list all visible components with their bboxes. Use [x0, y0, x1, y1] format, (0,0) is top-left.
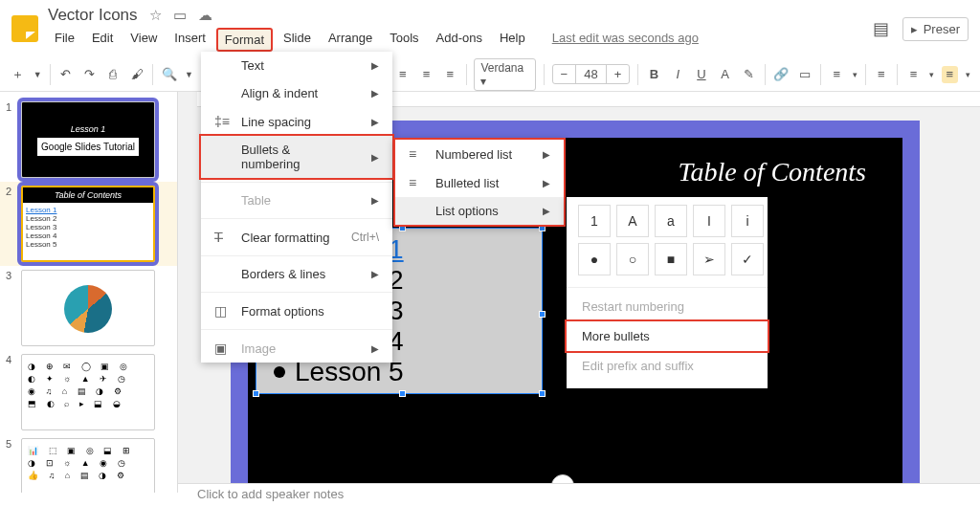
preset-check[interactable]: ✓ — [731, 243, 764, 275]
menu-help[interactable]: Help — [493, 28, 532, 52]
highlight-button[interactable]: ✎ — [741, 66, 757, 83]
decrease-font[interactable]: − — [553, 65, 577, 83]
format-align[interactable]: Align & indent▶ — [201, 79, 392, 107]
edit-prefix-suffix: Edit prefix and suffix — [567, 351, 768, 381]
line-spacing-button[interactable]: ≡ — [874, 66, 890, 83]
menu-view[interactable]: View — [123, 28, 164, 52]
numbered-list-button[interactable]: ≡ — [905, 66, 922, 83]
menu-addons[interactable]: Add-ons — [430, 28, 489, 52]
redo-button[interactable]: ↷ — [81, 66, 98, 83]
bullets-submenu: ≡Numbered list▶ ≡Bulleted list▶ List opt… — [393, 138, 566, 227]
preset-A[interactable]: A — [616, 205, 649, 237]
menu-arrange[interactable]: Arrange — [322, 28, 379, 52]
format-text[interactable]: Text▶ — [201, 52, 392, 79]
align-center-icon[interactable]: ≡ — [418, 66, 434, 83]
paint-format-button[interactable]: 🖌 — [129, 66, 145, 83]
menu-file[interactable]: File — [48, 28, 81, 52]
preset-arrow[interactable]: ➢ — [693, 243, 725, 275]
cloud-icon[interactable]: ☁ — [198, 7, 212, 24]
thumbnail-panel: 1 Lesson 1 Google Slides Tutorial 2 Tabl… — [0, 92, 178, 493]
preset-1[interactable]: 1 — [578, 205, 611, 237]
chevron-down-icon[interactable]: ▼ — [33, 70, 42, 79]
thumbnail-5[interactable]: 📊 ⬚ ▣ ◎ ⬓ ⊞◑ ⊡ ☼ ▲ ◉ ◷👍 ♫ ⌂ ▤ ◑ ⚙ — [21, 438, 155, 493]
menu-tools[interactable]: Tools — [383, 28, 425, 52]
bold-button[interactable]: B — [646, 66, 662, 83]
move-icon[interactable]: ▭ — [173, 7, 187, 24]
undo-button[interactable]: ↶ — [58, 66, 75, 83]
increase-font[interactable]: + — [607, 65, 630, 83]
format-borders[interactable]: Borders & lines▶ — [201, 260, 392, 288]
submenu-list-options[interactable]: List options▶ — [395, 197, 564, 225]
menu-insert[interactable]: Insert — [167, 28, 212, 52]
thumbnail-3[interactable] — [21, 270, 155, 346]
preset-I[interactable]: I — [693, 205, 725, 237]
submenu-bulleted[interactable]: ≡Bulleted list▶ — [395, 168, 564, 197]
list-options-popout: 1 A a I i ● ○ ■ ➢ ✓ Restart numbering Mo… — [567, 197, 768, 388]
font-size-stepper[interactable]: − 48 + — [552, 64, 631, 84]
format-image: ▣Image▶ — [201, 334, 392, 363]
italic-button[interactable]: I — [670, 66, 686, 83]
print-button[interactable]: ⎙ — [105, 66, 122, 83]
align-right-icon[interactable]: ≡ — [442, 66, 458, 83]
doc-title[interactable]: Vector Icons — [48, 6, 138, 25]
new-slide-button[interactable]: ＋ — [10, 66, 26, 83]
format-dropdown: Text▶ Align & indent▶ ‡≡Line spacing▶ Bu… — [201, 52, 392, 363]
format-table: Table▶ — [201, 187, 392, 214]
format-options[interactable]: ◫Format options — [201, 297, 392, 325]
menu-format[interactable]: Format — [216, 28, 273, 52]
submenu-numbered[interactable]: ≡Numbered list▶ — [395, 140, 564, 168]
star-icon[interactable]: ☆ — [149, 7, 162, 24]
more-bullets[interactable]: More bullets — [567, 321, 768, 351]
header: Vector Icons ☆ ▭ ☁ File Edit View Insert… — [0, 0, 980, 57]
thumbnail-2[interactable]: Table of Contents Lesson 1 Lesson 2 Less… — [21, 186, 155, 262]
link-button[interactable]: 🔗 — [773, 66, 790, 83]
comment-button[interactable]: ▭ — [796, 66, 813, 83]
slides-logo — [11, 15, 38, 42]
menu-slide[interactable]: Slide — [277, 28, 318, 52]
underline-button[interactable]: U — [694, 66, 710, 83]
format-clear[interactable]: T̶Clear formattingCtrl+\ — [201, 223, 392, 252]
format-bullets[interactable]: Bullets & numbering▶ — [201, 136, 392, 178]
menu-bar: File Edit View Insert Format Slide Arran… — [48, 28, 863, 52]
toolbar: ＋▼ ↶ ↷ ⎙ 🖌 🔍▼ ≡ ≡ ≡ Verdana ▾ − 48 + B I… — [0, 57, 980, 92]
restart-numbering: Restart numbering — [567, 292, 768, 321]
align-left-icon[interactable]: ≡ — [394, 66, 411, 83]
bulleted-list-button[interactable]: ≡ — [942, 66, 958, 83]
preset-disc[interactable]: ● — [578, 243, 611, 275]
speaker-notes[interactable]: Click to add speaker notes — [178, 483, 980, 506]
present-button[interactable]: ▸ Preser — [902, 17, 969, 41]
align-button[interactable]: ≡ — [829, 66, 845, 83]
play-icon: ▸ — [911, 22, 918, 36]
preset-i[interactable]: i — [731, 205, 764, 237]
preset-a[interactable]: a — [655, 205, 687, 237]
font-select[interactable]: Verdana ▾ — [474, 58, 535, 91]
preset-circle[interactable]: ○ — [616, 243, 649, 275]
menu-edit[interactable]: Edit — [85, 28, 120, 52]
comments-icon[interactable]: ▤ — [873, 18, 889, 39]
text-color-button[interactable]: A — [717, 66, 733, 83]
last-edit[interactable]: Last edit was seconds ago — [546, 28, 705, 52]
preset-square[interactable]: ■ — [655, 243, 687, 275]
thumbnail-4[interactable]: ◑ ⊕ ✉ ◯ ▣ ◎◐ ✦ ☼ ▲ ✈ ◷◉ ♫ ⌂ ▤ ◑ ⚙⬒ ◐ ⌕ ▸… — [21, 354, 155, 430]
thumbnail-1[interactable]: Lesson 1 Google Slides Tutorial — [21, 101, 155, 178]
zoom-button[interactable]: 🔍 — [161, 66, 177, 83]
format-line-spacing[interactable]: ‡≡Line spacing▶ — [201, 107, 392, 136]
